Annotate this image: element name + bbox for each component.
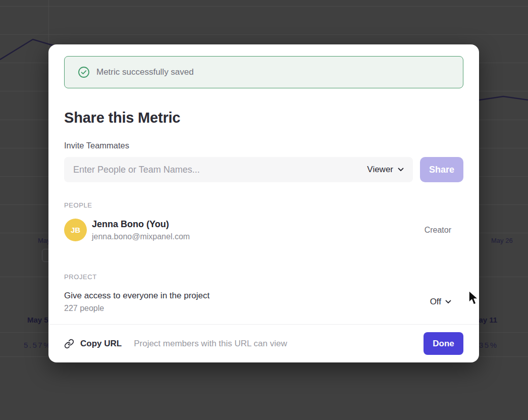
modal-title: Share this Metric — [64, 110, 463, 126]
person-info: Jenna Bono (You) jenna.bono@mixpanel.com — [92, 219, 190, 241]
copy-url-hint: Project members with this URL can view — [134, 339, 287, 349]
xaxis-tick-right: May 26 — [491, 237, 513, 244]
project-access-info: Give access to everyone in the project 2… — [64, 291, 209, 313]
success-toast: Metric successfully saved — [64, 56, 463, 88]
people-section-label: PEOPLE — [64, 201, 463, 209]
check-circle-icon — [78, 66, 90, 78]
link-icon — [64, 339, 74, 349]
mouse-cursor — [467, 290, 480, 306]
chevron-down-icon — [445, 300, 451, 304]
table-value-left: 5.57% — [24, 341, 51, 349]
modal-footer: Copy URL Project members with this URL c… — [48, 324, 479, 362]
project-access-dropdown[interactable]: Off — [430, 297, 451, 307]
project-access-row: Give access to everyone in the project 2… — [64, 291, 463, 313]
copy-url-label: Copy URL — [80, 339, 122, 349]
person-email: jenna.bono@mixpanel.com — [92, 232, 190, 241]
person-row: JB Jenna Bono (You) jenna.bono@mixpanel.… — [64, 219, 463, 241]
chevron-down-icon — [398, 168, 404, 172]
project-section-label: PROJECT — [64, 273, 463, 281]
table-header-left: May 5 — [27, 316, 48, 324]
invite-row: Viewer Share — [64, 157, 463, 182]
done-button[interactable]: Done — [424, 332, 463, 355]
invite-input-container: Viewer — [64, 157, 413, 182]
person-name: Jenna Bono (You) — [92, 219, 190, 230]
person-role-badge: Creator — [425, 226, 451, 235]
project-access-title: Give access to everyone in the project — [64, 291, 209, 301]
share-metric-modal: Metric successfully saved Share this Met… — [48, 44, 479, 362]
invite-people-input[interactable] — [73, 165, 367, 175]
role-dropdown[interactable]: Viewer — [367, 165, 404, 175]
project-member-count: 227 people — [64, 304, 209, 313]
avatar-initials: JB — [71, 226, 80, 234]
copy-url-button[interactable]: Copy URL — [64, 339, 122, 349]
toast-message: Metric successfully saved — [96, 67, 194, 77]
avatar: JB — [64, 219, 87, 241]
share-button[interactable]: Share — [420, 157, 463, 182]
table-value-right: 35% — [479, 341, 498, 349]
invite-teammates-label: Invite Teammates — [64, 141, 463, 150]
project-access-value: Off — [430, 297, 441, 307]
role-dropdown-value: Viewer — [367, 165, 393, 175]
app-screen: May May 26 1 May 5 May 11 5.57% 35% Metr… — [0, 0, 528, 420]
